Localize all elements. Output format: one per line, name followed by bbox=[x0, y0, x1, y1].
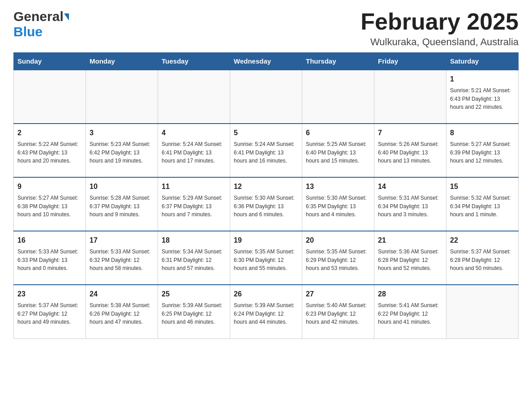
calendar-empty-cell bbox=[86, 70, 158, 124]
calendar-weekday-monday: Monday bbox=[86, 53, 158, 70]
calendar-empty-cell bbox=[230, 70, 302, 124]
day-number: 17 bbox=[90, 235, 154, 246]
day-info: Sunrise: 5:27 AM Sunset: 6:39 PM Dayligh… bbox=[450, 140, 515, 165]
day-info: Sunrise: 5:36 AM Sunset: 6:28 PM Dayligh… bbox=[378, 248, 442, 273]
day-number: 23 bbox=[17, 289, 82, 300]
day-info: Sunrise: 5:21 AM Sunset: 6:43 PM Dayligh… bbox=[450, 86, 515, 111]
calendar-weekday-tuesday: Tuesday bbox=[158, 53, 230, 70]
day-info: Sunrise: 5:30 AM Sunset: 6:36 PM Dayligh… bbox=[234, 194, 298, 219]
calendar-day-4: 4Sunrise: 5:24 AM Sunset: 6:41 PM Daylig… bbox=[158, 124, 230, 177]
day-number: 13 bbox=[306, 181, 370, 192]
calendar-day-11: 11Sunrise: 5:29 AM Sunset: 6:37 PM Dayli… bbox=[158, 177, 230, 231]
calendar-day-27: 27Sunrise: 5:40 AM Sunset: 6:23 PM Dayli… bbox=[302, 285, 374, 338]
calendar-day-17: 17Sunrise: 5:33 AM Sunset: 6:32 PM Dayli… bbox=[86, 231, 158, 285]
day-number: 8 bbox=[450, 128, 515, 138]
calendar-header-row: SundayMondayTuesdayWednesdayThursdayFrid… bbox=[14, 53, 519, 70]
day-number: 3 bbox=[90, 128, 154, 138]
calendar-day-22: 22Sunrise: 5:37 AM Sunset: 6:28 PM Dayli… bbox=[446, 231, 519, 285]
calendar-day-3: 3Sunrise: 5:23 AM Sunset: 6:42 PM Daylig… bbox=[86, 124, 158, 177]
calendar-day-24: 24Sunrise: 5:38 AM Sunset: 6:26 PM Dayli… bbox=[86, 285, 158, 338]
day-info: Sunrise: 5:32 AM Sunset: 6:34 PM Dayligh… bbox=[450, 194, 515, 219]
calendar-week-row: 23Sunrise: 5:37 AM Sunset: 6:27 PM Dayli… bbox=[14, 285, 519, 338]
day-number: 20 bbox=[306, 235, 370, 246]
calendar-day-16: 16Sunrise: 5:33 AM Sunset: 6:33 PM Dayli… bbox=[14, 231, 86, 285]
day-number: 19 bbox=[234, 235, 298, 246]
day-number: 25 bbox=[162, 289, 226, 300]
calendar-weekday-wednesday: Wednesday bbox=[230, 53, 302, 70]
day-info: Sunrise: 5:23 AM Sunset: 6:42 PM Dayligh… bbox=[90, 140, 154, 165]
calendar-day-14: 14Sunrise: 5:31 AM Sunset: 6:34 PM Dayli… bbox=[374, 177, 446, 231]
calendar-empty-cell bbox=[374, 70, 446, 124]
day-info: Sunrise: 5:40 AM Sunset: 6:23 PM Dayligh… bbox=[306, 301, 370, 326]
calendar-empty-cell bbox=[158, 70, 230, 124]
calendar-day-25: 25Sunrise: 5:39 AM Sunset: 6:25 PM Dayli… bbox=[158, 285, 230, 338]
day-number: 18 bbox=[162, 235, 226, 246]
day-number: 21 bbox=[378, 235, 442, 246]
calendar-week-row: 9Sunrise: 5:27 AM Sunset: 6:38 PM Daylig… bbox=[14, 177, 519, 231]
day-number: 4 bbox=[162, 128, 226, 138]
day-info: Sunrise: 5:38 AM Sunset: 6:26 PM Dayligh… bbox=[90, 301, 154, 326]
day-number: 16 bbox=[17, 235, 82, 246]
day-number: 12 bbox=[234, 181, 298, 192]
day-number: 5 bbox=[234, 128, 298, 138]
calendar-table: SundayMondayTuesdayWednesdayThursdayFrid… bbox=[13, 52, 519, 339]
calendar-day-13: 13Sunrise: 5:30 AM Sunset: 6:35 PM Dayli… bbox=[302, 177, 374, 231]
day-info: Sunrise: 5:27 AM Sunset: 6:38 PM Dayligh… bbox=[17, 194, 82, 219]
logo-arrow-icon bbox=[64, 13, 69, 21]
calendar-day-23: 23Sunrise: 5:37 AM Sunset: 6:27 PM Dayli… bbox=[14, 285, 86, 338]
day-info: Sunrise: 5:25 AM Sunset: 6:40 PM Dayligh… bbox=[306, 140, 370, 165]
month-title: February 2025 bbox=[360, 9, 519, 34]
day-number: 22 bbox=[450, 235, 515, 246]
day-info: Sunrise: 5:29 AM Sunset: 6:37 PM Dayligh… bbox=[162, 194, 226, 219]
day-info: Sunrise: 5:30 AM Sunset: 6:35 PM Dayligh… bbox=[306, 194, 370, 219]
day-info: Sunrise: 5:37 AM Sunset: 6:27 PM Dayligh… bbox=[17, 301, 82, 326]
day-number: 27 bbox=[306, 289, 370, 300]
calendar-day-10: 10Sunrise: 5:28 AM Sunset: 6:37 PM Dayli… bbox=[86, 177, 158, 231]
day-info: Sunrise: 5:24 AM Sunset: 6:41 PM Dayligh… bbox=[162, 140, 226, 165]
calendar-day-8: 8Sunrise: 5:27 AM Sunset: 6:39 PM Daylig… bbox=[446, 124, 519, 177]
calendar-week-row: 2Sunrise: 5:22 AM Sunset: 6:43 PM Daylig… bbox=[14, 124, 519, 177]
day-info: Sunrise: 5:31 AM Sunset: 6:34 PM Dayligh… bbox=[378, 194, 442, 219]
day-info: Sunrise: 5:39 AM Sunset: 6:25 PM Dayligh… bbox=[162, 301, 226, 326]
calendar-day-9: 9Sunrise: 5:27 AM Sunset: 6:38 PM Daylig… bbox=[14, 177, 86, 231]
day-info: Sunrise: 5:34 AM Sunset: 6:31 PM Dayligh… bbox=[162, 248, 226, 273]
calendar-weekday-sunday: Sunday bbox=[14, 53, 86, 70]
day-number: 26 bbox=[234, 289, 298, 300]
day-number: 2 bbox=[17, 128, 82, 138]
day-number: 28 bbox=[378, 289, 442, 300]
day-info: Sunrise: 5:33 AM Sunset: 6:33 PM Dayligh… bbox=[17, 248, 82, 273]
calendar-day-15: 15Sunrise: 5:32 AM Sunset: 6:34 PM Dayli… bbox=[446, 177, 519, 231]
day-number: 9 bbox=[17, 181, 82, 192]
day-info: Sunrise: 5:28 AM Sunset: 6:37 PM Dayligh… bbox=[90, 194, 154, 219]
calendar-day-20: 20Sunrise: 5:35 AM Sunset: 6:29 PM Dayli… bbox=[302, 231, 374, 285]
day-number: 10 bbox=[90, 181, 154, 192]
day-info: Sunrise: 5:26 AM Sunset: 6:40 PM Dayligh… bbox=[378, 140, 442, 165]
day-number: 24 bbox=[90, 289, 154, 300]
day-info: Sunrise: 5:24 AM Sunset: 6:41 PM Dayligh… bbox=[234, 140, 298, 165]
day-number: 7 bbox=[378, 128, 442, 138]
title-section: February 2025 Wulkuraka, Queensland, Aus… bbox=[360, 9, 519, 48]
calendar-day-6: 6Sunrise: 5:25 AM Sunset: 6:40 PM Daylig… bbox=[302, 124, 374, 177]
calendar-weekday-friday: Friday bbox=[374, 53, 446, 70]
day-number: 11 bbox=[162, 181, 226, 192]
location-subtitle: Wulkuraka, Queensland, Australia bbox=[360, 36, 519, 48]
calendar-weekday-saturday: Saturday bbox=[446, 53, 519, 70]
day-number: 6 bbox=[306, 128, 370, 138]
day-number: 15 bbox=[450, 181, 515, 192]
calendar-day-1: 1Sunrise: 5:21 AM Sunset: 6:43 PM Daylig… bbox=[446, 70, 519, 124]
calendar-day-5: 5Sunrise: 5:24 AM Sunset: 6:41 PM Daylig… bbox=[230, 124, 302, 177]
day-info: Sunrise: 5:22 AM Sunset: 6:43 PM Dayligh… bbox=[17, 140, 82, 165]
calendar-day-28: 28Sunrise: 5:41 AM Sunset: 6:22 PM Dayli… bbox=[374, 285, 446, 338]
day-number: 1 bbox=[450, 74, 515, 85]
calendar-day-18: 18Sunrise: 5:34 AM Sunset: 6:31 PM Dayli… bbox=[158, 231, 230, 285]
logo-blue-text: Blue bbox=[13, 24, 43, 39]
calendar-week-row: 16Sunrise: 5:33 AM Sunset: 6:33 PM Dayli… bbox=[14, 231, 519, 285]
calendar-empty-cell bbox=[446, 285, 519, 338]
day-info: Sunrise: 5:39 AM Sunset: 6:24 PM Dayligh… bbox=[234, 301, 298, 326]
day-info: Sunrise: 5:41 AM Sunset: 6:22 PM Dayligh… bbox=[378, 301, 442, 326]
calendar-empty-cell bbox=[302, 70, 374, 124]
calendar-day-19: 19Sunrise: 5:35 AM Sunset: 6:30 PM Dayli… bbox=[230, 231, 302, 285]
calendar-day-7: 7Sunrise: 5:26 AM Sunset: 6:40 PM Daylig… bbox=[374, 124, 446, 177]
calendar-week-row: 1Sunrise: 5:21 AM Sunset: 6:43 PM Daylig… bbox=[14, 70, 519, 124]
page-header: General Blue February 2025 Wulkuraka, Qu… bbox=[13, 9, 519, 48]
